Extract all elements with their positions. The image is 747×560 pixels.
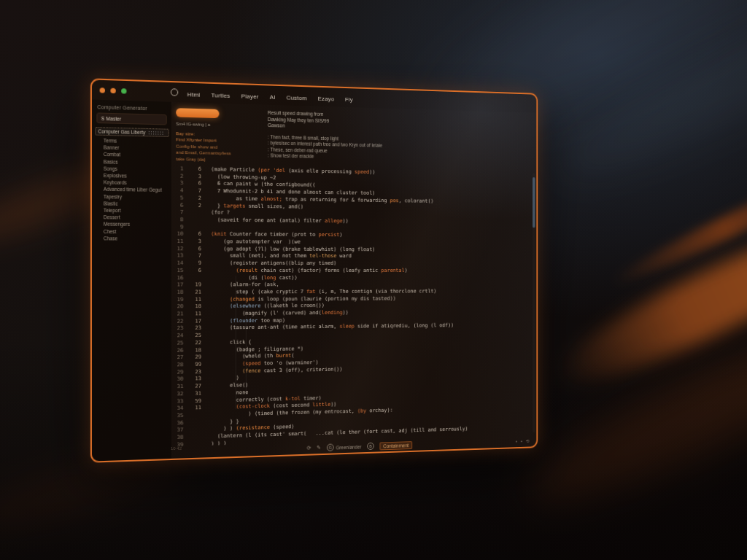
menu-items: HtmlTurtlesPlayerAICustomEzayoFly (187, 86, 364, 105)
line-number: 6 (171, 202, 183, 209)
line-number: 2 (171, 173, 183, 180)
editor-header-left: Sm4 IG-swing | a Bay size:Find Xftynter … (176, 106, 268, 163)
line-number: 3 (171, 180, 183, 187)
line-number: 37 (171, 427, 183, 435)
editor-window: HtmlTurtlesPlayerAICustomEzayoFly Comput… (90, 78, 538, 462)
menu-item[interactable]: Player (241, 93, 259, 100)
scrollbar-thumb[interactable] (533, 177, 535, 228)
gutter-annotation: 11 (183, 405, 201, 413)
line-number: 32 (171, 391, 183, 398)
status-link-label: Greenlander (336, 444, 361, 450)
indent-guide (246, 290, 247, 394)
code-text (201, 224, 211, 231)
window-close-button[interactable] (100, 88, 105, 93)
app-logo-icon (171, 88, 178, 96)
code-text: (di (long cast)) (201, 275, 298, 282)
line-number: 5 (171, 195, 183, 202)
gutter-annotation: 3 (183, 238, 201, 246)
line-number: 16 (171, 275, 183, 282)
background-orange-streak (608, 152, 747, 293)
header-comment-block: Bay size:Find Xftynter ImportConfig file… (176, 131, 268, 164)
line-number: 25 (171, 340, 183, 347)
line-number: 29 (171, 369, 183, 376)
code-text: (saveit for one ant (antal) filter alleg… (201, 217, 349, 225)
line-number: 30 (171, 376, 183, 384)
line-number: 26 (171, 347, 183, 354)
gutter-annotation: 2 (183, 195, 201, 202)
editor-header: Sm4 IG-swing | a Bay size:Find Xftynter … (171, 102, 536, 171)
gutter-annotation: 25 (183, 332, 201, 340)
line-number: 12 (171, 246, 183, 253)
gutter-annotation: 6 (183, 231, 201, 238)
code-text: (go autotempter var )(we (201, 238, 301, 246)
line-number: 33 (171, 398, 183, 405)
gutter-annotation: 6 (183, 246, 201, 253)
circle-b-icon[interactable]: B (367, 443, 374, 450)
status-badge[interactable]: Containment (379, 441, 412, 450)
gutter-annotation: 6 (183, 180, 201, 187)
gutter-annotation: 11 (183, 296, 201, 303)
pencil-icon[interactable]: ✎ (317, 445, 321, 451)
gutter-annotation: 9 (183, 260, 201, 268)
sidebar-item[interactable]: Chase (92, 235, 171, 242)
menu-item[interactable]: Custom (286, 94, 306, 101)
gutter-annotation: 18 (183, 303, 201, 311)
gutter-annotation: 18 (183, 347, 201, 354)
gutter-annotation (183, 209, 201, 217)
line-number: 20 (171, 303, 183, 311)
gutter-annotation: 59 (183, 397, 201, 405)
gutter-annotation: 13 (183, 376, 201, 384)
refresh-icon[interactable]: ⟳ (307, 446, 311, 451)
line-number: 24 (171, 332, 183, 340)
gutter-annotation: 21 (183, 289, 201, 297)
gutter-annotation: 3 (183, 173, 201, 180)
gutter-annotation: 6 (183, 166, 201, 173)
status-link-group[interactable]: G Greenlander (327, 443, 362, 451)
sidebar-search-value: S Master (101, 115, 121, 121)
run-button[interactable] (176, 108, 219, 118)
sidebar-item-selected[interactable]: Computer Gas Liberty (95, 127, 169, 137)
line-number: 28 (171, 362, 183, 369)
code-text: (for ? (201, 209, 230, 217)
line-number: 7 (171, 209, 183, 217)
window-maximize-button[interactable] (121, 88, 126, 93)
menu-item[interactable]: Html (187, 91, 201, 98)
line-number: 21 (171, 311, 183, 318)
menu-item[interactable]: Ezayo (318, 96, 335, 103)
gutter-annotation: 17 (183, 318, 201, 325)
line-number: 35 (171, 413, 183, 420)
line-number: 38 (171, 435, 183, 442)
line-number: 11 (171, 238, 183, 246)
line-number: 10 (171, 231, 183, 238)
comment-line: take Gray (da) (176, 156, 268, 164)
gutter-annotation: 27 (183, 383, 201, 390)
line-number: 23 (171, 325, 183, 332)
code-line[interactable]: 14 9 (register antigens((blip any timed) (171, 260, 536, 268)
editor-header-right: Result speed drawing fromDawking May the… (268, 109, 531, 168)
code-line[interactable]: 15 6 (result chain cast) (factor) forms … (171, 268, 536, 275)
line-number: 15 (171, 268, 183, 275)
menu-item[interactable]: Turtles (212, 92, 231, 99)
menu-item[interactable]: Fly (345, 96, 353, 103)
line-number: 8 (171, 217, 183, 224)
file-label: Sm4 IG-swing | a (176, 122, 268, 128)
code-text: (result chain cast) (factor) forms (leaf… (201, 268, 408, 275)
gutter-annotation: 11 (183, 311, 201, 318)
code-area[interactable]: 1 6 (make Particle (per 'del (axis elle … (171, 163, 536, 446)
menu-item[interactable]: AI (270, 94, 276, 101)
sidebar-selected-label: Computer Gas Liberty (98, 128, 145, 135)
gutter-annotation: 23 (183, 325, 201, 332)
line-number: 18 (171, 289, 183, 297)
status-corner-marks: ▪ ▪ ⟲ (516, 438, 531, 443)
window-minimize-button[interactable] (110, 88, 115, 93)
sidebar-tree: TermsBannerCombatBasicsSongsExplosivesKe… (92, 137, 171, 242)
menu-bar: HtmlTurtlesPlayerAICustomEzayoFly (171, 85, 363, 105)
indent-guide (236, 276, 236, 409)
footer-note: 10 42 (171, 446, 182, 451)
sidebar-search-input[interactable]: S Master (96, 112, 166, 125)
doc-bullets: : Then fact, three B small, stop light: … (268, 134, 531, 164)
selection-dots-icon (147, 131, 163, 136)
window-body: Computer Generator S Master Computer Gas… (92, 100, 536, 462)
gutter-annotation: 6 (183, 268, 201, 275)
line-number: 14 (171, 260, 183, 268)
